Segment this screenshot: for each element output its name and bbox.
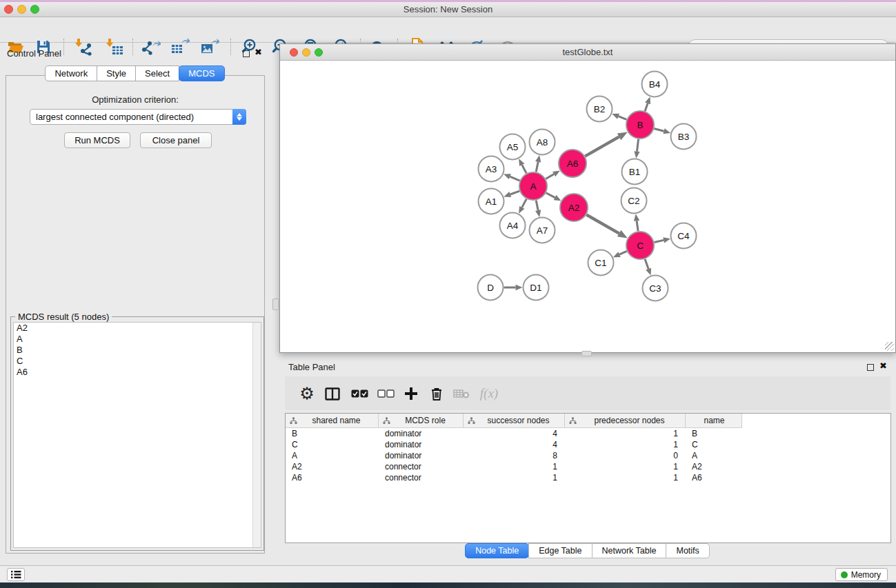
- table-settings-button[interactable]: ⚙: [297, 384, 317, 403]
- table-cell[interactable]: 1: [464, 462, 565, 473]
- criterion-dropdown[interactable]: largest connected component (directed): [30, 109, 246, 125]
- horizontal-splitter-grip[interactable]: [581, 351, 592, 356]
- column-header-predecessor-nodes[interactable]: predecessor nodes: [565, 414, 686, 428]
- float-table-panel-icon[interactable]: [867, 364, 874, 371]
- graph-edge-A-A1[interactable]: [510, 191, 519, 194]
- table-row[interactable]: A2connector11A2: [286, 462, 890, 473]
- table-cell[interactable]: B: [686, 429, 742, 440]
- tab-network-table[interactable]: Network Table: [592, 543, 667, 558]
- column-header-shared-name[interactable]: shared name: [286, 414, 379, 428]
- close-panel-icon[interactable]: ✖: [255, 47, 262, 57]
- show-columns-button[interactable]: [323, 384, 342, 403]
- tab-edge-table[interactable]: Edge Table: [528, 543, 592, 558]
- table-row[interactable]: Cdominator41C: [286, 440, 890, 451]
- table-cell[interactable]: A6: [686, 473, 742, 484]
- column-header-successor-nodes[interactable]: successor nodes: [464, 414, 565, 428]
- table-cell[interactable]: C: [686, 440, 742, 451]
- graph-edge-A-A7[interactable]: [536, 201, 538, 211]
- create-column-button[interactable]: [401, 384, 421, 403]
- table-cell[interactable]: 4: [464, 429, 565, 440]
- network-window-titlebar[interactable]: testGlobe.txt: [280, 44, 895, 61]
- run-mcds-button[interactable]: Run MCDS: [64, 132, 130, 148]
- graph-edge-C-C2[interactable]: [637, 221, 638, 231]
- table-cell[interactable]: connector: [379, 473, 464, 484]
- table-cell[interactable]: 1: [565, 429, 686, 440]
- tab-motifs[interactable]: Motifs: [666, 543, 709, 558]
- result-item[interactable]: A6: [14, 367, 261, 378]
- graph-edge-B-B3[interactable]: [654, 128, 664, 131]
- column-header-label: name: [690, 416, 739, 425]
- column-type-icon: [383, 417, 390, 425]
- graph-node-label: A4: [507, 221, 519, 231]
- select-all-button[interactable]: [350, 384, 369, 403]
- table-cell[interactable]: A6: [286, 473, 379, 484]
- graph-edge-A-A4[interactable]: [522, 199, 526, 207]
- column-header-name[interactable]: name: [686, 414, 742, 428]
- graph-edge-A6-B[interactable]: [585, 136, 619, 156]
- memory-button[interactable]: Memory: [835, 568, 888, 581]
- mcds-result-list[interactable]: A2ABCA6: [13, 322, 261, 548]
- tab-style[interactable]: Style: [97, 65, 136, 81]
- graph-edge-C-C4[interactable]: [654, 240, 664, 242]
- table-row[interactable]: Bdominator41B: [286, 429, 890, 440]
- table-cell[interactable]: dominator: [379, 429, 464, 440]
- column-header-mcds-role[interactable]: MCDS role: [379, 414, 464, 428]
- graph-edge-A2-C[interactable]: [586, 214, 619, 233]
- table-row[interactable]: Adominator80A: [286, 451, 890, 462]
- graph-edge-A-A2[interactable]: [546, 193, 555, 198]
- graph-edge-A-A5[interactable]: [522, 165, 526, 173]
- edge-arrowhead-icon: [535, 210, 541, 217]
- table-cell[interactable]: A: [686, 451, 742, 462]
- graph-edge-B-B1[interactable]: [637, 139, 638, 152]
- table-cell[interactable]: dominator: [379, 440, 464, 451]
- tab-node-table[interactable]: Node Table: [465, 543, 529, 558]
- table-cell[interactable]: connector: [379, 462, 464, 473]
- table-cell[interactable]: 1: [565, 440, 686, 451]
- task-history-button[interactable]: [7, 568, 25, 581]
- table-cell[interactable]: 1: [464, 473, 565, 484]
- result-item[interactable]: B: [14, 345, 261, 356]
- edge-arrowhead-icon: [535, 155, 541, 163]
- graph-edge-A-A8[interactable]: [536, 162, 538, 172]
- float-panel-icon[interactable]: [243, 50, 250, 57]
- result-list-scrollbar[interactable]: [252, 323, 261, 547]
- function-builder-button[interactable]: f(x): [477, 384, 501, 403]
- table-cell[interactable]: A: [286, 451, 379, 462]
- delete-table-button[interactable]: [452, 384, 471, 403]
- deselect-all-button[interactable]: [376, 384, 395, 403]
- table-row[interactable]: A6connector11A6: [286, 473, 890, 484]
- graph-edge-C-C3[interactable]: [645, 259, 648, 269]
- close-table-panel-icon[interactable]: ✖: [879, 361, 887, 371]
- table-cell[interactable]: 1: [565, 473, 686, 484]
- window-resize-grip[interactable]: [885, 342, 894, 351]
- table-cell[interactable]: 4: [464, 440, 565, 451]
- network-canvas[interactable]: B4B2BB3A8A5A6A3B1AA1C2A2A4A7C4CC1C3DD1: [281, 61, 896, 352]
- tab-select[interactable]: Select: [135, 65, 179, 81]
- graph-edge-B-B2[interactable]: [618, 116, 626, 120]
- result-item[interactable]: A2: [14, 323, 261, 334]
- result-item[interactable]: C: [14, 356, 261, 367]
- edge-arrowhead-icon: [504, 192, 511, 197]
- delete-columns-button[interactable]: [427, 384, 446, 403]
- vertical-splitter-grip[interactable]: [272, 298, 279, 310]
- table-cell[interactable]: C: [286, 440, 379, 451]
- graph-edge-A-A3[interactable]: [510, 176, 519, 181]
- result-item[interactable]: A: [14, 334, 261, 345]
- graph-edge-A-A6[interactable]: [546, 174, 554, 179]
- close-panel-button[interactable]: Close panel: [140, 132, 212, 148]
- fx-icon: f(x): [480, 386, 498, 401]
- table-cell[interactable]: dominator: [379, 451, 464, 462]
- tab-network[interactable]: Network: [45, 65, 97, 81]
- criterion-dropdown-value: largest connected component (directed): [36, 112, 194, 122]
- table-cell[interactable]: A2: [686, 462, 742, 473]
- edge-arrowhead-icon: [645, 97, 650, 104]
- edge-arrowhead-icon: [617, 230, 628, 239]
- graph-edge-C-C1[interactable]: [619, 251, 627, 254]
- graph-edge-B-B4[interactable]: [645, 103, 648, 111]
- table-cell[interactable]: 8: [464, 451, 565, 462]
- table-cell[interactable]: B: [286, 429, 379, 440]
- table-cell[interactable]: 1: [565, 462, 686, 473]
- tab-mcds[interactable]: MCDS: [179, 65, 224, 81]
- table-cell[interactable]: A2: [286, 462, 379, 473]
- table-cell[interactable]: 0: [565, 451, 686, 462]
